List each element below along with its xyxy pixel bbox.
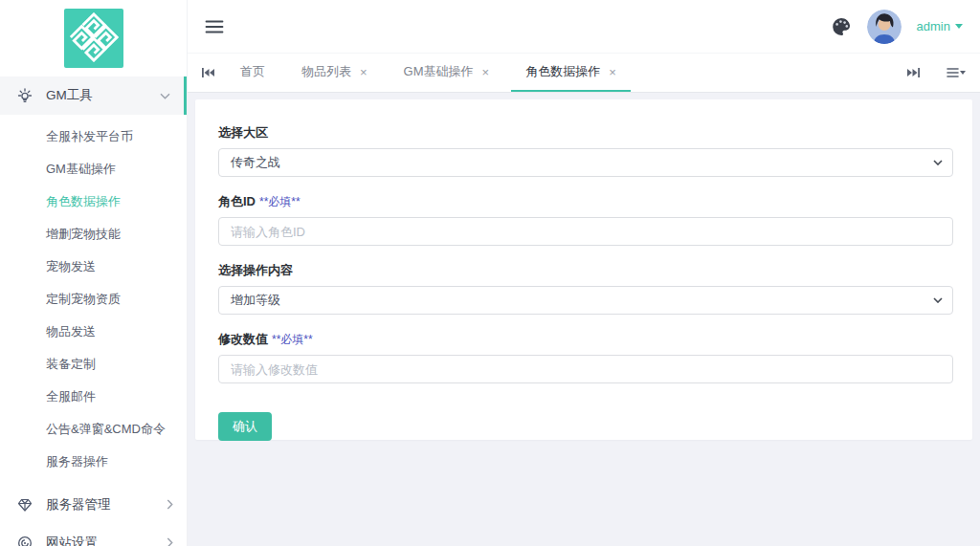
operation-select-value: 增加等级 bbox=[231, 292, 280, 309]
sidebar-item-gm-basic[interactable]: GM基础操作 bbox=[0, 153, 187, 186]
role-id-input[interactable] bbox=[218, 217, 953, 246]
role-id-label: 角色ID bbox=[218, 194, 256, 208]
sidebar-item-label: 装备定制 bbox=[46, 357, 96, 371]
username-label: admin bbox=[917, 19, 950, 33]
operation-label: 选择操作内容 bbox=[218, 262, 953, 279]
sidebar-group-label: 网站设置 bbox=[46, 535, 167, 546]
scroll-tabs-left-button[interactable] bbox=[193, 54, 222, 92]
tab-label: GM基础操作 bbox=[404, 63, 474, 80]
sidebar-item-pet-quality[interactable]: 定制宠物资质 bbox=[0, 283, 187, 316]
sidebar-item-platform-coin[interactable]: 全服补发平台币 bbox=[0, 120, 187, 153]
main-area: admin 首页 物品列表 × GM基础操作 × 角色数 bbox=[188, 0, 980, 546]
sidebar-item-pet-send[interactable]: 宠物发送 bbox=[0, 251, 187, 283]
region-label: 选择大区 bbox=[218, 124, 953, 142]
field-value: 修改数值**必填** bbox=[218, 331, 953, 383]
logo-area bbox=[0, 0, 187, 76]
chevron-down-icon bbox=[933, 160, 943, 165]
sidebar-item-item-send[interactable]: 物品发送 bbox=[0, 316, 187, 348]
region-select-value: 传奇之战 bbox=[231, 154, 280, 171]
sidebar-group-server-manage[interactable]: 服务器管理 bbox=[0, 486, 187, 524]
field-role-id: 角色ID**必填** bbox=[218, 193, 953, 246]
required-badge: **必填** bbox=[272, 333, 313, 346]
gem-icon bbox=[17, 497, 33, 513]
sidebar-group-label: GM工具 bbox=[46, 87, 160, 104]
tab-label: 物品列表 bbox=[301, 63, 351, 80]
sidebar-toggle-button[interactable] bbox=[205, 19, 224, 34]
sidebar-item-pet-skill[interactable]: 增删宠物技能 bbox=[0, 218, 187, 251]
sidebar-group-site-settings[interactable]: 网站设置 bbox=[0, 524, 187, 546]
sidebar-item-announce-cmd[interactable]: 公告&弹窗&CMD命令 bbox=[0, 413, 187, 446]
tab-item-list[interactable]: 物品列表 × bbox=[287, 54, 382, 92]
app-logo[interactable] bbox=[64, 9, 123, 68]
sidebar-item-server-mail[interactable]: 全服邮件 bbox=[0, 381, 187, 413]
tab-gm-basic[interactable]: GM基础操作 × bbox=[390, 54, 504, 92]
knot-logo-icon bbox=[69, 12, 119, 65]
sidebar-menu: GM工具 全服补发平台币 GM基础操作 角色数据操作 增删宠物技能 宠物发送 定… bbox=[0, 76, 187, 546]
sidebar-item-label: 物品发送 bbox=[46, 324, 96, 339]
sidebar: GM工具 全服补发平台币 GM基础操作 角色数据操作 增删宠物技能 宠物发送 定… bbox=[0, 0, 188, 546]
tabs-menu-button[interactable] bbox=[942, 66, 970, 79]
open-tabs: 首页 物品列表 × GM基础操作 × 角色数据操作 × bbox=[222, 54, 900, 92]
sidebar-item-label: 角色数据操作 bbox=[46, 194, 121, 208]
tabbar-right bbox=[900, 54, 970, 92]
confirm-button[interactable]: 确认 bbox=[218, 412, 272, 441]
chevron-right-icon bbox=[167, 537, 173, 546]
sidebar-item-label: 宠物发送 bbox=[46, 259, 96, 273]
sidebar-group-gm-tools[interactable]: GM工具 bbox=[0, 76, 187, 115]
sidebar-item-label: 全服邮件 bbox=[46, 389, 96, 404]
value-input[interactable] bbox=[218, 355, 953, 383]
close-icon[interactable]: × bbox=[482, 66, 490, 78]
settings-circle-icon bbox=[17, 535, 33, 546]
field-operation: 选择操作内容 增加等级 bbox=[218, 262, 953, 315]
value-label: 修改数值 bbox=[218, 332, 268, 346]
user-menu[interactable]: admin bbox=[917, 19, 963, 33]
close-icon[interactable]: × bbox=[360, 66, 368, 78]
sidebar-group-label: 服务器管理 bbox=[46, 496, 167, 513]
topbar: admin bbox=[188, 0, 980, 54]
close-icon[interactable]: × bbox=[609, 66, 616, 78]
tab-home[interactable]: 首页 bbox=[226, 54, 279, 92]
region-select[interactable]: 传奇之战 bbox=[218, 148, 953, 177]
tab-label: 角色数据操作 bbox=[525, 63, 600, 80]
chevron-down-icon bbox=[160, 90, 170, 101]
sidebar-item-label: 服务器操作 bbox=[46, 454, 108, 469]
tab-label: 首页 bbox=[240, 63, 265, 80]
user-avatar[interactable] bbox=[867, 10, 902, 44]
chevron-down-icon bbox=[955, 24, 963, 29]
lamp-icon bbox=[17, 88, 33, 103]
chevron-down-icon bbox=[933, 297, 943, 303]
tabbar: 首页 物品列表 × GM基础操作 × 角色数据操作 × bbox=[188, 54, 980, 93]
sidebar-item-label: GM基础操作 bbox=[46, 162, 116, 176]
sidebar-item-server-ops[interactable]: 服务器操作 bbox=[0, 446, 187, 478]
form-card: 选择大区 传奇之战 角色ID**必填** 选择操作内容 增加等级 bbox=[195, 99, 972, 440]
field-region: 选择大区 传奇之战 bbox=[218, 124, 953, 177]
tab-role-data[interactable]: 角色数据操作 × bbox=[511, 54, 631, 92]
sidebar-submenu: 全服补发平台币 GM基础操作 角色数据操作 增删宠物技能 宠物发送 定制宠物资质… bbox=[0, 115, 187, 482]
topbar-right: admin bbox=[831, 10, 963, 44]
scroll-tabs-right-button[interactable] bbox=[900, 67, 928, 78]
sidebar-item-label: 增删宠物技能 bbox=[46, 227, 121, 241]
required-badge: **必填** bbox=[259, 195, 301, 208]
sidebar-item-label: 全服补发平台币 bbox=[46, 129, 133, 143]
theme-palette-icon[interactable] bbox=[831, 16, 852, 37]
sidebar-item-equip-custom[interactable]: 装备定制 bbox=[0, 348, 187, 381]
chevron-right-icon bbox=[167, 499, 173, 512]
sidebar-item-label: 公告&弹窗&CMD命令 bbox=[46, 422, 166, 436]
content-area: 选择大区 传奇之战 角色ID**必填** 选择操作内容 增加等级 bbox=[188, 93, 980, 546]
operation-select[interactable]: 增加等级 bbox=[218, 286, 953, 315]
sidebar-item-label: 定制宠物资质 bbox=[46, 292, 121, 306]
sidebar-item-role-data[interactable]: 角色数据操作 bbox=[0, 186, 187, 218]
